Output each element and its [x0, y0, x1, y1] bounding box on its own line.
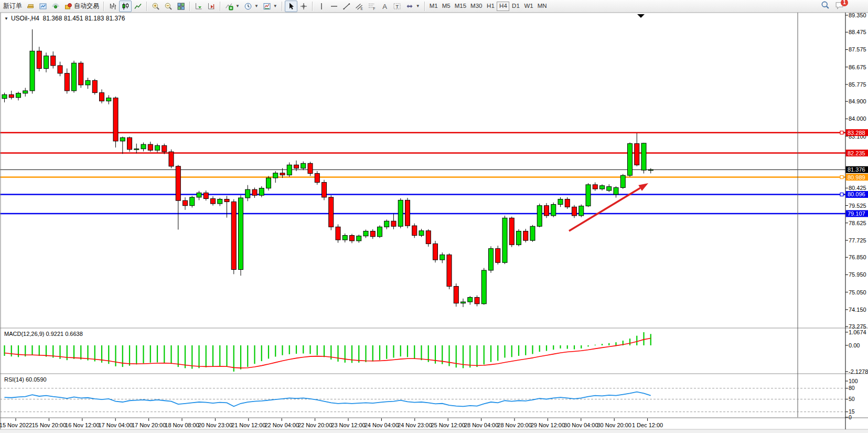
- candle[interactable]: [169, 150, 174, 168]
- candle[interactable]: [447, 254, 452, 289]
- price-tag-79.107: 79.107: [846, 210, 868, 217]
- candle[interactable]: [190, 196, 195, 207]
- candle[interactable]: [641, 143, 646, 173]
- bottom-strip: [0, 429, 868, 433]
- timeframe-m5-button[interactable]: M5: [440, 2, 453, 11]
- candle[interactable]: [481, 268, 486, 305]
- equidistant-channel-button[interactable]: E: [353, 1, 366, 12]
- navigator-button[interactable]: [37, 1, 49, 12]
- candle[interactable]: [127, 136, 132, 152]
- candle[interactable]: [517, 229, 521, 246]
- timeframe-m15-button[interactable]: M15: [453, 2, 468, 11]
- macd-indicator-label: MACD(12,26,9) 0.9221 0.6638: [4, 331, 83, 337]
- tile-windows-button[interactable]: [175, 1, 187, 12]
- candle[interactable]: [405, 198, 410, 228]
- time-label: 21 Nov 12:00: [231, 422, 265, 428]
- timeframe-m1-button[interactable]: M1: [427, 2, 440, 11]
- candle[interactable]: [579, 205, 584, 217]
- timeframe-m30-button[interactable]: M30: [468, 2, 484, 11]
- arrows-button-dropdown-icon[interactable]: ▼: [416, 4, 420, 8]
- templates-button-dropdown-icon[interactable]: ▼: [273, 4, 277, 8]
- trendline-button[interactable]: [340, 1, 353, 12]
- candle[interactable]: [620, 174, 625, 189]
- chart-canvas[interactable]: 89.35088.47587.57586.67585.77584.90084.0…: [0, 13, 868, 433]
- candle[interactable]: [586, 183, 591, 207]
- arrows-button[interactable]: ▼: [403, 1, 422, 12]
- zoom-out-button[interactable]: [162, 1, 175, 12]
- autotrade-button[interactable]: 自动交易: [62, 1, 101, 12]
- candle[interactable]: [92, 79, 97, 94]
- line-chart-button[interactable]: [132, 1, 144, 12]
- chart-shift-button[interactable]: [205, 1, 218, 12]
- text-button[interactable]: A: [378, 1, 391, 12]
- chart-window: 89.35088.47587.57586.67585.77584.90084.0…: [0, 13, 868, 433]
- chat-button[interactable]: 1: [835, 1, 844, 12]
- time-label: 15 Nov 2022: [0, 422, 32, 428]
- bar-chart-button[interactable]: [106, 1, 119, 12]
- line-handle[interactable]: [840, 176, 843, 179]
- fibonacci-button[interactable]: F: [366, 1, 378, 12]
- candle[interactable]: [239, 195, 243, 276]
- timeframe-d1-button[interactable]: D1: [509, 2, 522, 11]
- cursor-button[interactable]: [285, 1, 297, 12]
- trendline-icon: [342, 2, 351, 10]
- time-label: 22 Nov 04:00: [264, 422, 298, 428]
- candle[interactable]: [79, 61, 83, 88]
- line-handle[interactable]: [840, 193, 843, 196]
- candle[interactable]: [322, 180, 327, 200]
- shapes-icon: [405, 2, 414, 10]
- toolbar-separator: [103, 2, 104, 11]
- candle[interactable]: [336, 225, 340, 243]
- candle[interactable]: [266, 176, 271, 191]
- chart-expand-icon[interactable]: ▼: [4, 16, 8, 21]
- chat-badge: 1: [841, 0, 848, 6]
- label-button[interactable]: T: [391, 1, 403, 12]
- indicators-button[interactable]: ▼: [223, 1, 242, 12]
- candle[interactable]: [72, 61, 77, 93]
- chart-title-symbol: USOil-,H4: [11, 15, 39, 22]
- horizontal-line-button[interactable]: [328, 1, 340, 12]
- candle[interactable]: [329, 195, 334, 230]
- crosshair-button[interactable]: [297, 1, 310, 12]
- candle[interactable]: [378, 225, 382, 238]
- periods-button-dropdown-icon[interactable]: ▼: [254, 4, 259, 8]
- timeframe-h4-button[interactable]: H4: [497, 2, 509, 11]
- timeframe-h1-button[interactable]: H1: [484, 2, 497, 11]
- new-order-button[interactable]: 新订单: [1, 1, 24, 12]
- search-button[interactable]: [821, 1, 830, 12]
- navigator-icon: [39, 2, 47, 10]
- autotrade-icon: [64, 2, 72, 10]
- candle[interactable]: [502, 216, 507, 264]
- auto-scroll-icon: [195, 2, 203, 10]
- candle[interactable]: [489, 246, 494, 273]
- candle[interactable]: [551, 203, 556, 217]
- candle[interactable]: [433, 241, 438, 262]
- line-handle[interactable]: [840, 131, 843, 134]
- market-watch-button[interactable]: [24, 1, 37, 12]
- candle[interactable]: [398, 198, 403, 228]
- periods-button[interactable]: ▼: [242, 1, 261, 12]
- candlestick-chart-button[interactable]: [119, 1, 132, 12]
- time-label: 30 Nov 04:00: [564, 422, 598, 428]
- candle[interactable]: [509, 217, 514, 247]
- candle[interactable]: [454, 283, 458, 307]
- svg-text:F: F: [373, 7, 375, 10]
- indicators-button-dropdown-icon[interactable]: ▼: [235, 4, 240, 8]
- candle[interactable]: [496, 246, 500, 265]
- candle[interactable]: [113, 97, 118, 147]
- zoom-in-button[interactable]: [149, 1, 162, 12]
- templates-button[interactable]: ▼: [261, 1, 280, 12]
- signals-button[interactable]: [49, 1, 62, 12]
- vertical-line-button[interactable]: [315, 1, 328, 12]
- candle[interactable]: [231, 199, 236, 274]
- candle[interactable]: [530, 225, 535, 242]
- signals-icon: [51, 2, 60, 10]
- candle[interactable]: [537, 204, 542, 227]
- toolbar-separator: [312, 2, 313, 11]
- candle[interactable]: [628, 142, 633, 177]
- candle[interactable]: [565, 197, 570, 209]
- timeframe-w1-button[interactable]: W1: [522, 2, 535, 11]
- auto-scroll-button[interactable]: [192, 1, 205, 12]
- hline-icon: [330, 2, 338, 10]
- timeframe-mn-button[interactable]: MN: [535, 2, 549, 11]
